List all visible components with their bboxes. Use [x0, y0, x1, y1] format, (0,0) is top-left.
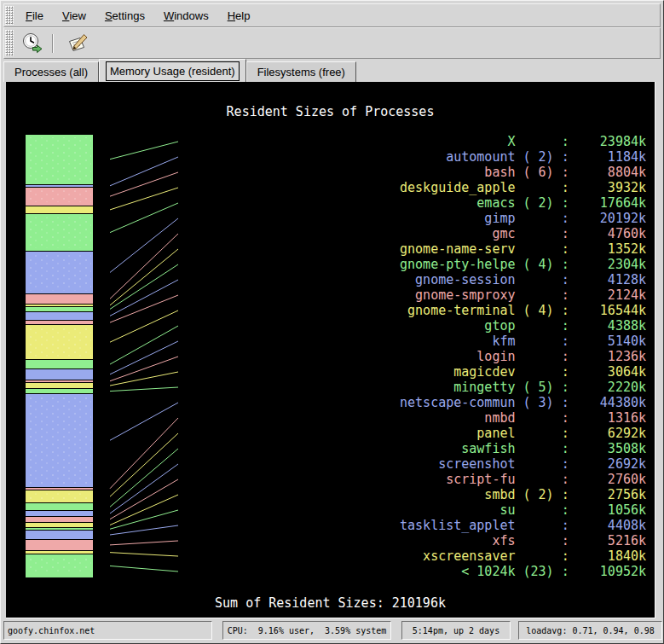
menu-item-help[interactable]: Help: [218, 5, 260, 26]
process-row-magicdev: magicdev : 3064k: [400, 364, 646, 380]
menu-item-file[interactable]: File: [16, 5, 53, 26]
clock-uptime-text: 5:14pm, up 2 days: [413, 626, 499, 635]
process-row-script-fu: script-fu : 2760k: [400, 472, 646, 487]
cpu-text: CPU: 9.16% user, 3.59% system: [228, 626, 387, 635]
connector-line-tasklist-applet: [110, 525, 178, 535]
process-row-gnome-smproxy: gnome-smproxy : 2124k: [400, 287, 646, 303]
process-row-xfs: xfs : 5216k: [400, 533, 646, 548]
connector-line-screenshot: [110, 464, 178, 513]
menu-item-windows[interactable]: Windows: [154, 5, 218, 26]
connector-line-deskguide-apple: [110, 188, 178, 210]
bar-segment-gnome-name-serv: [25, 304, 93, 306]
tab-label: Processes (all): [11, 63, 91, 81]
connector-line-automount: [110, 157, 178, 186]
bar-segment-kfm: [25, 368, 93, 380]
connector-line-xfs: [110, 541, 178, 545]
process-row-gmc: gmc : 4760k: [400, 226, 646, 241]
gtop-window: FileViewSettingsWindowsHelp Processes (a…: [0, 0, 664, 644]
process-row-panel: panel : 6292k: [400, 426, 646, 441]
menu-item-settings[interactable]: Settings: [95, 5, 154, 26]
loadavg-text: loadavg: 0.71, 0.94, 0.98: [526, 626, 655, 635]
process-row-gtop: gtop : 4388k: [400, 318, 646, 334]
connector-line-gmc: [110, 234, 178, 299]
connector-line-panel: [110, 433, 178, 496]
process-row-smbd: smbd ( 2) : 2756k: [400, 487, 646, 502]
process-row-sawfish: sawfish : 3508k: [400, 441, 646, 456]
connector-line-xscreensaver: [110, 553, 178, 556]
process-row-su: su : 1056k: [400, 502, 646, 518]
tab-memory-usage-resident[interactable]: Memory Usage (resident): [99, 59, 246, 82]
process-row-mingetty: mingetty ( 5) : 2220k: [400, 380, 646, 395]
process-row-gnome-terminal: gnome-terminal ( 4) : 16544k: [400, 303, 646, 318]
bar-segment-gnome-session: [25, 311, 93, 320]
connector-line-magicdev: [110, 372, 178, 386]
bar-segment-sawfish: [25, 503, 93, 511]
connector-line-netscape-commun: [110, 403, 178, 440]
connector-line-gnome-session: [110, 280, 178, 316]
process-row-gnome-name-serv: gnome-name-serv : 1352k: [400, 241, 646, 257]
tab-label: Memory Usage (resident): [107, 62, 239, 80]
bar-segment-deskguide-apple: [25, 206, 93, 214]
connector-line-gnome-smproxy: [110, 295, 178, 322]
toolbar-grip-handle[interactable]: [5, 30, 14, 56]
connector-line-emacs: [110, 203, 178, 233]
connector-line-login: [110, 357, 178, 381]
tab-label: Filesystems (free): [254, 63, 349, 81]
memory-usage-chart: Resident Sizes of Processes X : 23984k a…: [6, 82, 655, 618]
bar-segment-mingetty: [25, 389, 93, 393]
bar-segment-magicdev: [25, 382, 93, 389]
process-row-x: X : 23984k: [400, 134, 646, 149]
connector-line-x: [110, 142, 178, 160]
process-row-gnome-session: gnome-session : 4128k: [400, 272, 646, 287]
process-row-screenshot: screenshot : 2692k: [400, 456, 646, 472]
statusbar-loadavg: loadavg: 0.71, 0.94, 0.98: [518, 621, 662, 640]
timer-button[interactable]: [19, 31, 46, 56]
timer-icon: [21, 32, 43, 55]
toolbar: [3, 27, 661, 59]
menubar-grip-handle[interactable]: [5, 6, 14, 25]
menu-items: FileViewSettingsWindowsHelp: [16, 4, 259, 26]
tab-processes-all[interactable]: Processes (all): [3, 61, 99, 82]
tab-bar: Processes (all)Memory Usage (resident)Fi…: [3, 59, 356, 82]
process-row-kfm: kfm : 5140k: [400, 334, 646, 349]
process-row-tasklist-applet: tasklist_applet : 4408k: [400, 518, 646, 533]
connector-line-bash: [110, 172, 178, 196]
statusbar-cpu: CPU: 9.16% user, 3.59% system: [222, 621, 391, 640]
toolbar-separator: [52, 34, 54, 53]
process-row-bash: bash ( 6) : 8804k: [400, 165, 646, 180]
bar-segment-gnome-pty-helpe: [25, 307, 93, 312]
process-row-1024k: < 1024k (23) : 10952k: [400, 564, 646, 579]
process-row-xscreensaver: xscreensaver : 1840k: [400, 548, 646, 564]
edit-icon: [66, 32, 89, 55]
bar-segment-gmc: [25, 293, 93, 304]
process-row-emacs: emacs ( 2) : 17664k: [400, 195, 646, 211]
hostname-text: goofy.chinfox.net: [8, 626, 95, 635]
menu-bar: FileViewSettingsWindowsHelp: [3, 3, 661, 27]
statusbar-clock-uptime: 5:14pm, up 2 days: [401, 621, 511, 640]
bar-segment-xscreensaver: [25, 550, 93, 554]
edit-button[interactable]: [64, 31, 91, 56]
process-row-nmbd: nmbd : 1316k: [400, 410, 646, 426]
menu-item-view[interactable]: View: [53, 5, 95, 26]
process-row-gimp: gimp : 20192k: [400, 211, 646, 226]
connector-line-gnome-terminal: [110, 310, 178, 342]
connector-line-gimp: [110, 218, 178, 272]
bar-segment-gnome-smproxy: [25, 320, 93, 324]
bar-segment-tasklist-applet: [25, 531, 93, 540]
process-row-netscape-commun: netscape-commun ( 3) : 44380k: [400, 395, 646, 410]
process-row-gnome-pty-helpe: gnome-pty-helpe ( 4) : 2304k: [400, 257, 646, 272]
bar-segment-script-fu: [25, 516, 93, 522]
connector-line-1024k: [110, 566, 178, 571]
connector-line-kfm: [110, 341, 178, 374]
statusbar-hostname: goofy.chinfox.net: [3, 621, 212, 640]
process-row-login: login : 1236k: [400, 349, 646, 364]
connector-line-mingetty: [110, 387, 178, 392]
bar-segment-screenshot: [25, 511, 93, 517]
connector-line-gnome-pty-helpe: [110, 264, 178, 309]
connector-line-gtop: [110, 326, 178, 364]
tab-filesystems-free[interactable]: Filesystems (free): [246, 61, 356, 82]
bar-segment-xfs: [25, 539, 93, 550]
connector-line-gnome-name-serv: [110, 249, 178, 305]
bar-segment-gtop: [25, 360, 93, 369]
sum-label: Sum of Resident Sizes: 210196k: [6, 595, 655, 611]
